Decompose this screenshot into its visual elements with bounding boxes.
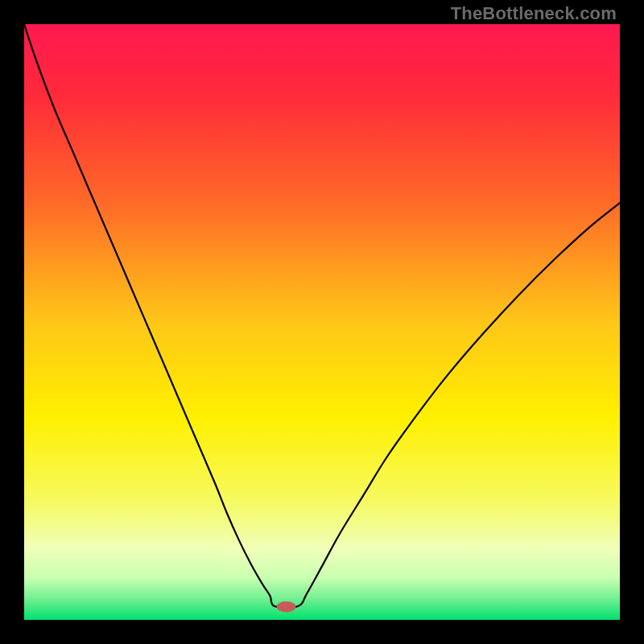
optimal-point-marker	[277, 601, 296, 612]
plot-area	[24, 24, 620, 620]
chart-frame: TheBottleneck.com	[0, 0, 644, 644]
bottleneck-chart	[24, 24, 620, 620]
gradient-background	[24, 24, 620, 620]
watermark-text: TheBottleneck.com	[451, 3, 617, 24]
